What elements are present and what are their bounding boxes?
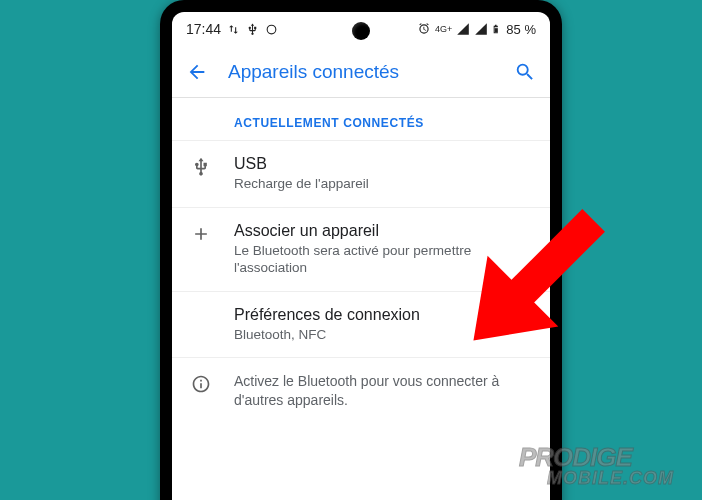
pair-title: Associer un appareil bbox=[234, 222, 532, 240]
battery-icon bbox=[492, 21, 502, 37]
list-item-connection-prefs[interactable]: Préférences de connexion Bluetooth, NFC bbox=[172, 291, 550, 358]
info-text: Activez le Bluetooth pour vous connecter… bbox=[234, 372, 532, 410]
circle-icon bbox=[265, 23, 278, 36]
usb-icon bbox=[186, 155, 216, 177]
app-bar: Appareils connectés bbox=[172, 46, 550, 98]
usb-icon bbox=[246, 23, 259, 36]
arrow-back-icon bbox=[186, 61, 208, 83]
alarm-icon bbox=[417, 22, 431, 36]
phone-screen: 17:44 4G+ 85 % Appareils connectés bbox=[172, 12, 550, 500]
search-icon bbox=[514, 61, 536, 83]
front-camera-notch bbox=[352, 22, 370, 40]
status-right: 4G+ 85 % bbox=[417, 21, 536, 37]
watermark: PRODIGE MOBILE.COM bbox=[519, 446, 674, 486]
status-left: 17:44 bbox=[186, 21, 278, 37]
signal-icon-2 bbox=[474, 22, 488, 36]
signal-icon-1 bbox=[456, 22, 470, 36]
plus-icon bbox=[186, 222, 216, 244]
battery-percent: 85 % bbox=[506, 22, 536, 37]
prefs-subtitle: Bluetooth, NFC bbox=[234, 326, 532, 344]
status-time: 17:44 bbox=[186, 21, 221, 37]
network-label: 4G+ bbox=[435, 25, 452, 34]
usb-title: USB bbox=[234, 155, 532, 173]
list-item-pair[interactable]: Associer un appareil Le Bluetooth sera a… bbox=[172, 207, 550, 291]
section-header: ACTUELLEMENT CONNECTÉS bbox=[172, 98, 550, 140]
info-row: Activez le Bluetooth pour vous connecter… bbox=[172, 357, 550, 424]
back-button[interactable] bbox=[186, 61, 208, 83]
prefs-title: Préférences de connexion bbox=[234, 306, 532, 324]
page-title: Appareils connectés bbox=[228, 61, 494, 83]
watermark-line2: MOBILE.COM bbox=[547, 470, 674, 486]
spacer-icon bbox=[186, 306, 216, 308]
svg-rect-1 bbox=[495, 28, 498, 32]
data-transfer-icon bbox=[227, 23, 240, 36]
usb-subtitle: Recharge de l'appareil bbox=[234, 175, 532, 193]
search-button[interactable] bbox=[514, 61, 536, 83]
info-icon bbox=[186, 372, 216, 394]
phone-frame: 17:44 4G+ 85 % Appareils connectés bbox=[160, 0, 562, 500]
svg-point-0 bbox=[267, 25, 276, 34]
watermark-line1: PRODIGE bbox=[519, 446, 674, 469]
pair-subtitle: Le Bluetooth sera activé pour permettre … bbox=[234, 242, 532, 277]
list-item-usb[interactable]: USB Recharge de l'appareil bbox=[172, 140, 550, 207]
